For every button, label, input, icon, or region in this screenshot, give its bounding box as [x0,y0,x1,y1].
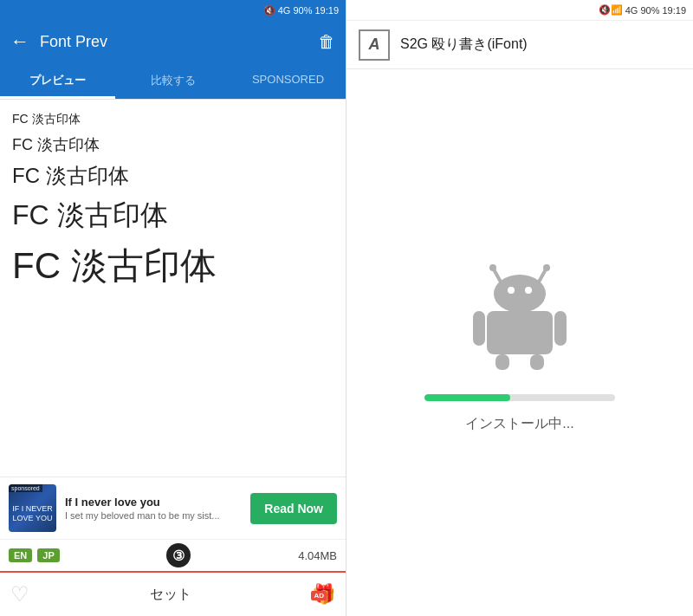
heart-icon[interactable]: ♡ [10,582,29,606]
set-button[interactable]: セット [29,586,312,604]
font-preview-line-1: FC 淡古印体 [12,108,334,131]
time-right: 19:19 [662,5,686,16]
battery-left: 90% [293,5,312,16]
svg-point-6 [525,287,532,294]
toolbar-right: A S2G 殴り書き(iFont) [346,21,693,69]
lang-badge-jp: JP [37,548,59,562]
notification-icons: 🔇📶 [599,4,623,16]
book-info: If I never love you I set my beloved man… [65,496,242,521]
font-preview-line-2: FC 淡古印体 [12,131,334,159]
bottom-bar-left: ♡ セット 🎁 AD [0,571,346,616]
font-icon-box: A [359,29,390,61]
tab-preview[interactable]: プレビュー [0,62,115,99]
app-title-left: Font Prev [40,33,308,51]
install-status-text: インストール中... [465,415,573,433]
signal-left: 4G [278,5,291,16]
right-panel: 🔇📶 4G 90% 19:19 A S2G 殴り書き(iFont) [346,0,693,616]
font-preview-line-3: FC 淡古印体 [12,159,334,193]
status-bar-right: 🔇📶 4G 90% 19:19 [346,0,693,21]
battery-right: 90% [640,5,659,16]
svg-point-5 [508,287,515,294]
book-thumbnail: sponsored IF I NEVERLOVE YOU [9,484,56,532]
left-panel: 🔇 4G 90% 19:19 ← Font Prev 🗑 プレビュー 比較する … [0,0,346,616]
right-status-icons: 🔇📶 4G 90% 19:19 [599,4,686,16]
circle-badge: ③ [166,543,191,567]
svg-rect-8 [473,311,485,346]
book-title: If I never love you [65,496,242,509]
app-title-right: S2G 殴り書き(iFont) [400,36,528,54]
signal-right: 4G [625,5,638,16]
book-thumb-text: IF I NEVERLOVE YOU [12,504,53,523]
ad-banner: sponsored IF I NEVERLOVE YOU If I never … [0,477,346,539]
right-content: インストール中... [346,69,693,616]
mute-icon: 🔇 [263,5,275,16]
svg-rect-7 [487,311,553,354]
status-icons-left: 🔇 4G 90% 19:19 [263,5,339,16]
file-size: 4.04MB [298,549,337,562]
svg-rect-9 [554,311,567,346]
book-desc: I set my beloved man to be my sist... [65,510,242,521]
time-left: 19:19 [314,5,339,16]
gift-icon[interactable]: 🎁 AD [312,583,335,606]
tab-sponsored[interactable]: SPONSORED [230,62,346,99]
font-preview-line-4: FC 淡古印体 [12,193,334,238]
toolbar-left: ← Font Prev 🗑 [0,21,346,62]
font-icon: A [369,36,380,54]
progress-bar-container [424,394,615,401]
trash-icon[interactable]: 🗑 [318,32,335,52]
font-preview-area: FC 淡古印体 FC 淡古印体 FC 淡古印体 FC 淡古印体 FC 淡古印体 [0,100,346,477]
lang-badge-en: EN [9,548,32,562]
read-now-button[interactable]: Read Now [250,493,337,524]
svg-rect-11 [530,354,544,370]
progress-bar-fill [424,394,510,401]
svg-point-4 [494,275,546,313]
tab-compare[interactable]: 比較する [115,62,230,99]
status-bar-left: 🔇 4G 90% 19:19 [0,0,346,21]
sponsored-label: sponsored [9,484,42,492]
svg-point-3 [543,264,550,271]
svg-rect-10 [495,354,509,370]
font-preview-line-5: FC 淡古印体 [12,238,334,294]
tabs-row: プレビュー 比較する SPONSORED [0,62,346,100]
sub-row: EN JP ③ 4.04MB [0,539,346,571]
svg-point-1 [489,264,496,271]
ad-badge: AD [311,591,327,600]
back-button[interactable]: ← [10,30,29,53]
android-robot-icon [459,252,580,373]
